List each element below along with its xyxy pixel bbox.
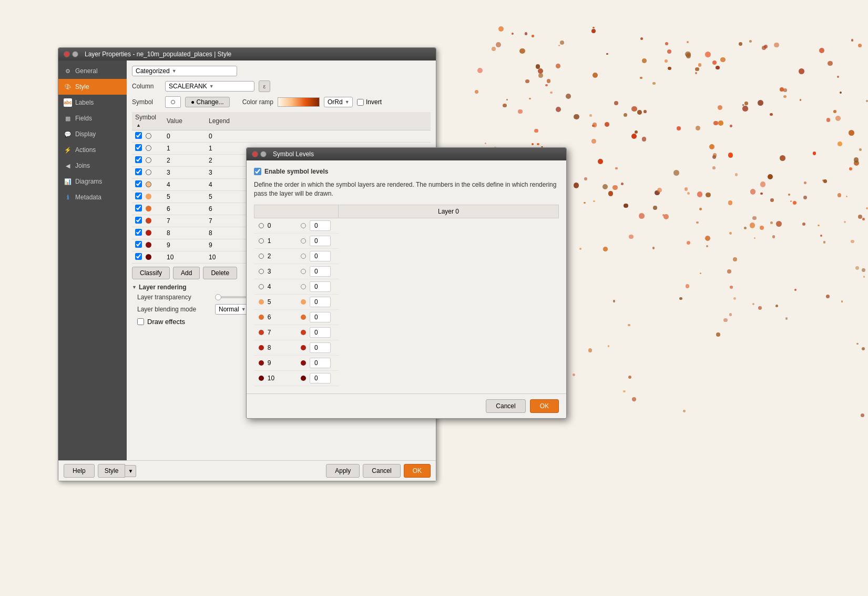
renderer-value: Categorized xyxy=(136,67,170,75)
level-spinbox-cell[interactable] xyxy=(297,370,339,386)
level-spinbox[interactable] xyxy=(310,327,331,338)
dialog-titlebar: Symbol Levels xyxy=(247,148,566,160)
level-label-cell: 7 xyxy=(254,325,297,340)
delete-button[interactable]: Delete xyxy=(203,267,237,279)
min-btn[interactable] xyxy=(72,51,78,57)
sidebar-item-joins[interactable]: ◀ Joins xyxy=(58,158,127,174)
column-combobox[interactable]: SCALERANK ▼ xyxy=(165,81,254,92)
level-spinbox[interactable] xyxy=(310,236,331,246)
col-value[interactable]: Value xyxy=(164,112,206,130)
level-spinbox[interactable] xyxy=(310,251,331,261)
row-dot xyxy=(146,242,151,248)
level-label: 6 xyxy=(268,314,271,321)
level-spinbox[interactable] xyxy=(310,373,331,383)
help-button[interactable]: Help xyxy=(64,464,95,478)
add-button[interactable]: Add xyxy=(173,267,200,279)
blending-value: Normal xyxy=(219,306,239,313)
cancel-button[interactable]: Cancel xyxy=(363,464,400,478)
footer-left: Help Style ▼ xyxy=(64,464,136,478)
dialog-close-btn[interactable] xyxy=(252,151,258,157)
levels-row: 6 xyxy=(254,309,559,325)
level-spinbox[interactable] xyxy=(310,220,331,231)
row-checkbox[interactable] xyxy=(135,229,142,236)
sidebar-item-display[interactable]: 💬 Display xyxy=(58,126,127,142)
metadata-icon: ℹ xyxy=(64,193,72,201)
color-ramp-arrow: ▼ xyxy=(345,99,350,105)
symbol-cell xyxy=(132,215,164,227)
level-spinbox[interactable] xyxy=(310,266,331,277)
row-checkbox[interactable] xyxy=(135,180,142,187)
column-label: Column xyxy=(132,83,161,90)
level-dot-left xyxy=(259,360,264,366)
symbol-cell xyxy=(132,143,164,155)
level-spinbox-cell[interactable] xyxy=(297,264,339,279)
level-dot-left xyxy=(259,238,264,244)
level-spinbox[interactable] xyxy=(310,342,331,353)
level-spinbox[interactable] xyxy=(310,358,331,368)
classify-button[interactable]: Classify xyxy=(132,267,170,279)
level-spinbox-cell[interactable] xyxy=(297,294,339,309)
level-spinbox[interactable] xyxy=(310,297,331,307)
level-dot-right xyxy=(301,284,306,289)
expression-button[interactable]: ε xyxy=(259,80,270,92)
level-spinbox-cell[interactable] xyxy=(297,218,339,233)
style-dropdown-arrow[interactable]: ▼ xyxy=(125,465,136,477)
dialog-min-btn[interactable] xyxy=(260,151,267,157)
dialog-cancel-button[interactable]: Cancel xyxy=(486,399,525,413)
level-spinbox-cell[interactable] xyxy=(297,340,339,355)
row-dot xyxy=(146,133,151,139)
change-symbol-button[interactable]: ● Change... xyxy=(185,97,230,107)
level-spinbox[interactable] xyxy=(310,281,331,292)
layer-props-titlebar: Layer Properties - ne_10m_populated_plac… xyxy=(58,48,436,60)
ok-button[interactable]: OK xyxy=(404,464,431,478)
draw-effects-checkbox[interactable] xyxy=(137,318,144,325)
close-btn[interactable] xyxy=(64,51,70,57)
legend-cell: 0 xyxy=(206,130,431,143)
level-spinbox-cell[interactable] xyxy=(297,233,339,248)
style-button[interactable]: Style xyxy=(98,464,126,478)
level-label-cell: 1 xyxy=(254,233,297,248)
row-dot xyxy=(146,194,151,199)
dialog-ok-button[interactable]: OK xyxy=(530,399,559,413)
row-checkbox[interactable] xyxy=(135,193,142,199)
row-checkbox[interactable] xyxy=(135,241,142,248)
invert-checkbox[interactable] xyxy=(357,99,364,106)
renderer-combobox[interactable]: Categorized ▼ xyxy=(132,66,237,76)
row-checkbox[interactable] xyxy=(135,217,142,224)
level-dot-left xyxy=(259,254,264,259)
level-spinbox-cell[interactable] xyxy=(297,279,339,294)
col-legend: Legend xyxy=(206,112,431,130)
row-dot xyxy=(146,145,151,151)
sidebar-item-actions[interactable]: ⚡ Actions xyxy=(58,142,127,158)
color-ramp-combobox[interactable]: OrRd ▼ xyxy=(324,97,353,107)
levels-row: 9 xyxy=(254,355,559,370)
levels-row: 4 xyxy=(254,279,559,294)
row-checkbox[interactable] xyxy=(135,156,142,163)
sidebar-item-style[interactable]: 🎨 Style xyxy=(58,79,127,95)
level-spinbox-cell[interactable] xyxy=(297,355,339,370)
row-dot xyxy=(146,157,151,163)
dialog-title: Symbol Levels xyxy=(273,150,314,158)
apply-button[interactable]: Apply xyxy=(326,464,360,478)
level-dot-right xyxy=(301,238,306,244)
sidebar-item-general[interactable]: ⚙ General xyxy=(58,63,127,79)
value-cell: 1 xyxy=(164,143,206,155)
sidebar-item-metadata[interactable]: ℹ Metadata xyxy=(58,189,127,205)
level-dot-right xyxy=(301,315,306,320)
row-checkbox[interactable] xyxy=(135,168,142,175)
sidebar-item-labels[interactable]: abc Labels xyxy=(58,95,127,110)
level-spinbox-cell[interactable] xyxy=(297,248,339,264)
slider-thumb[interactable] xyxy=(215,294,221,300)
row-dot xyxy=(146,206,151,211)
level-spinbox-cell[interactable] xyxy=(297,309,339,325)
level-spinbox-cell[interactable] xyxy=(297,325,339,340)
row-checkbox[interactable] xyxy=(135,205,142,211)
row-checkbox[interactable] xyxy=(135,144,142,151)
value-cell: 5 xyxy=(164,191,206,203)
sidebar-item-diagrams[interactable]: 📊 Diagrams xyxy=(58,174,127,189)
sidebar-item-fields[interactable]: ▦ Fields xyxy=(58,110,127,126)
row-checkbox[interactable] xyxy=(135,132,142,139)
row-checkbox[interactable] xyxy=(135,253,142,260)
level-spinbox[interactable] xyxy=(310,312,331,322)
enable-symbol-levels-checkbox[interactable] xyxy=(254,168,261,175)
